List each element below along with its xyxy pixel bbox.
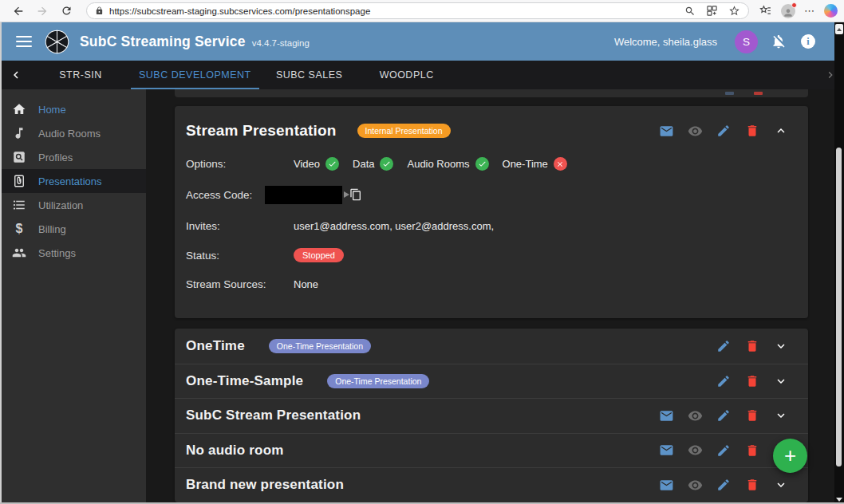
browser-back-button[interactable] (10, 2, 27, 20)
stream-sources-row: Stream Sources: None (175, 270, 808, 299)
delete-icon (745, 478, 759, 492)
check-circle-icon (475, 157, 489, 171)
tab-str-sin[interactable]: STR-SIN (32, 61, 129, 89)
delete-button[interactable] (738, 339, 767, 353)
people-icon (12, 246, 26, 260)
tab-subc-sales[interactable]: SUBC SALES (261, 61, 358, 89)
copy-access-code-button[interactable] (344, 188, 362, 201)
info-button[interactable]: i (799, 33, 817, 50)
delete-icon (745, 124, 759, 138)
chevron-down-icon (774, 408, 788, 423)
mail-icon (659, 408, 674, 423)
address-bar[interactable]: https://subcstream-staging.subcservices.… (86, 2, 749, 19)
delete-button[interactable] (738, 478, 767, 492)
option-label: One-Time (503, 158, 548, 170)
send-invites-button[interactable] (652, 443, 680, 458)
tab-woodplc[interactable]: WOODPLC (358, 61, 456, 89)
delete-button[interactable] (738, 124, 767, 138)
expand-button[interactable] (767, 478, 795, 492)
eye-icon (688, 478, 703, 493)
stream-sources-value: None (294, 278, 318, 290)
scrollbar-thumb[interactable] (836, 148, 842, 467)
edit-button[interactable] (709, 408, 738, 423)
presentations-list: OneTime One-Time Presentation One-Time-S… (175, 329, 808, 502)
edit-button[interactable] (709, 443, 738, 458)
presentation-title: Stream Presentation (186, 122, 337, 140)
delete-button[interactable] (738, 408, 767, 423)
notification-dot (791, 2, 797, 8)
access-code-redacted (265, 186, 342, 204)
browser-forward-button[interactable] (34, 2, 51, 20)
presentation-row[interactable]: SubC Stream Presentation (175, 398, 808, 433)
edit-icon (716, 124, 731, 138)
cutoff-card (175, 89, 808, 97)
edit-button[interactable] (709, 374, 738, 388)
browser-profile-avatar[interactable] (781, 4, 795, 18)
bell-off-icon (771, 33, 787, 49)
page-scrollbar[interactable] (834, 22, 844, 504)
one-time-badge: One-Time Presentation (327, 374, 429, 388)
edit-button[interactable] (709, 478, 738, 492)
x-circle-icon (554, 157, 567, 171)
sidebar-item-home[interactable]: Home (0, 97, 146, 121)
search-icon[interactable] (684, 6, 696, 17)
internal-presentation-badge: Internal Presentation (357, 124, 451, 138)
edit-icon (716, 478, 731, 492)
collapse-button[interactable] (767, 124, 795, 138)
delete-button[interactable] (738, 443, 767, 458)
browser-more-icon[interactable]: ⋯ (804, 5, 815, 17)
view-button[interactable] (680, 478, 709, 493)
delete-button[interactable] (738, 374, 767, 388)
expand-button[interactable] (767, 408, 795, 423)
presentation-row-title: OneTime (186, 338, 245, 354)
presentation-row[interactable]: No audio room (175, 433, 808, 468)
expand-button[interactable] (767, 339, 795, 353)
browser-refresh-button[interactable] (57, 2, 75, 20)
edit-button[interactable] (709, 124, 738, 138)
user-avatar[interactable]: S (735, 30, 758, 53)
collections-icon[interactable] (706, 5, 718, 17)
presentation-row[interactable]: Brand new presentation (175, 467, 808, 502)
favorites-hub-icon[interactable] (759, 4, 772, 18)
sidebar-item-profiles[interactable]: Profiles (0, 145, 146, 169)
edit-icon (716, 374, 731, 388)
sidebar-item-presentations[interactable]: Presentations (0, 169, 146, 193)
notifications-off-button[interactable] (770, 33, 787, 50)
sidebar-item-audio-rooms[interactable]: Audio Rooms (0, 121, 146, 145)
send-invites-button[interactable] (652, 408, 680, 423)
presentation-row[interactable]: One-Time-Sample One-Time Presentation (175, 364, 808, 399)
scrollbar-up-arrow[interactable] (835, 24, 843, 34)
view-button[interactable] (680, 408, 709, 423)
copilot-icon[interactable] (824, 4, 838, 18)
menu-icon[interactable] (16, 36, 32, 47)
person-icon (783, 7, 794, 18)
send-invites-button[interactable] (652, 124, 680, 139)
info-icon: i (801, 34, 815, 49)
sidebar-item-label: Audio Rooms (38, 128, 101, 140)
chevron-down-icon (774, 478, 788, 492)
edit-button[interactable] (709, 339, 738, 353)
sidebar-item-billing[interactable]: $ Billing (0, 217, 146, 241)
send-invites-button[interactable] (652, 478, 680, 493)
view-button[interactable] (680, 443, 709, 458)
expand-button[interactable] (767, 374, 795, 388)
view-button[interactable] (680, 124, 709, 139)
chevron-up-icon (774, 124, 788, 138)
tabs-scroll-left-button[interactable] (0, 61, 32, 89)
eye-icon (688, 443, 703, 458)
app-version: v4.4.7-staging (252, 35, 310, 48)
chevron-left-icon (9, 68, 23, 82)
invites-label: Invites: (186, 220, 294, 232)
favorite-star-icon[interactable] (728, 5, 740, 17)
option-label: Audio Rooms (407, 158, 469, 170)
browser-chrome: https://subcstream-staging.subcservices.… (0, 0, 844, 22)
sidebar-item-utilization[interactable]: Utilization (0, 193, 146, 217)
invites-value: user1@address.com, user2@address.com, (294, 220, 494, 232)
tab-subc-development[interactable]: SUBC DEVELOPMENT (129, 61, 261, 89)
scrollbar-down-arrow[interactable] (836, 498, 842, 502)
sidebar-item-settings[interactable]: Settings (0, 241, 146, 265)
presentation-row[interactable]: OneTime One-Time Presentation (175, 329, 808, 364)
add-presentation-button[interactable]: + (773, 439, 807, 473)
presentations-page: Stream Presentation Internal Presentatio… (146, 89, 844, 504)
status-label: Status: (186, 250, 294, 262)
